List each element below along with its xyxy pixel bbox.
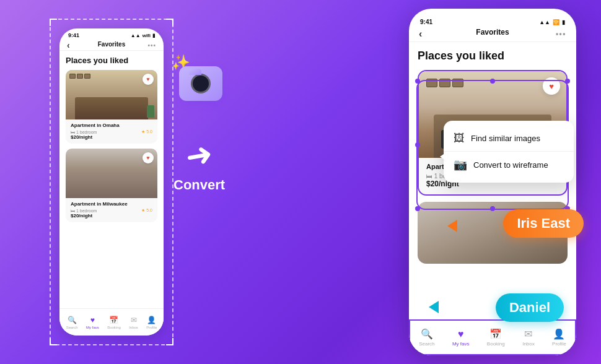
iris-badge-arrow — [447, 220, 457, 232]
left-status-bar: 9:41 ▲▲ wifi ▮ — [59, 28, 164, 40]
left-card-1-rating: ★ 5.0 — [141, 129, 152, 134]
left-card-1-meta: 🛏 1 bedroom ★ 5.0 — [71, 129, 152, 134]
left-card-2-heart[interactable]: ♥ — [143, 152, 154, 163]
right-nav-search[interactable]: 🔍 Search — [419, 328, 434, 347]
right-wifi-icon: 🛜 — [553, 19, 559, 25]
signal-icon: ▲▲ — [131, 33, 141, 38]
right-booking-icon: 📅 — [489, 328, 502, 340]
left-card-2[interactable]: ♥ Apartment in Milwaukee 🛏 1 bedroom ★ 5… — [66, 149, 157, 222]
right-back-button[interactable]: ‹ — [419, 28, 422, 40]
right-signal-icon: ▲▲ — [539, 19, 550, 25]
frame-3 — [84, 74, 90, 79]
context-menu-item-similar[interactable]: 🖼 Find similar images — [444, 126, 574, 152]
right-status-bar: 9:41 ▲▲ 🛜 ▮ — [409, 14, 576, 27]
left-section-title: Places you liked — [66, 56, 157, 65]
left-card-1-image: ♥ — [66, 70, 157, 119]
left-nav-profile[interactable]: 👤 Profile — [146, 316, 157, 329]
frame-1 — [69, 74, 76, 79]
camera-lens — [191, 74, 211, 93]
iris-badge: Iris East — [503, 209, 584, 238]
daniel-badge-arrow — [429, 301, 439, 313]
context-menu-pointer — [440, 152, 447, 162]
left-card-2-price: $20/night — [71, 213, 152, 219]
right-status-icons: ▲▲ 🛜 ▮ — [539, 19, 565, 25]
left-card-2-info: Apartment in Milwaukee 🛏 1 bedroom ★ 5.0… — [66, 198, 157, 222]
left-status-icons: ▲▲ wifi ▮ — [131, 33, 155, 38]
corner-bl — [50, 338, 57, 345]
right-frame-3 — [452, 79, 463, 87]
iris-badge-label: Iris East — [517, 215, 570, 231]
context-menu: 🖼 Find similar images 📷 Convert to wiref… — [444, 121, 574, 183]
convert-label: Convert — [173, 177, 225, 193]
convert-arrow: ➜ — [183, 134, 216, 176]
left-card-1-title: Apartment in Omaha — [71, 123, 152, 128]
left-nav-profile-label: Profile — [146, 326, 157, 329]
right-more-button[interactable]: ••• — [556, 30, 566, 38]
right-nav-profile[interactable]: 👤 Profile — [552, 328, 566, 347]
daniel-badge: Daniel — [496, 293, 564, 322]
right-nav-search-label: Search — [419, 341, 434, 347]
right-phone-header: ‹ Favorites ••• — [409, 27, 576, 42]
right-section-title: Places you liked — [418, 50, 568, 63]
left-nav-booking-label: Booking — [107, 326, 121, 329]
inbox-icon: ✉ — [131, 316, 137, 324]
camera-bump — [189, 69, 201, 75]
left-nav-inbox[interactable]: ✉ Inbox — [129, 316, 138, 329]
left-nav-search-label: Search — [66, 326, 78, 329]
left-bottom-nav: 🔍 Search ♥ My favs 📅 Booking ✉ Inbox 👤 P… — [59, 308, 164, 336]
right-wall-frames — [426, 79, 463, 87]
right-nav-favs[interactable]: ♥ My favs — [452, 329, 470, 347]
left-card-1-price: $20/night — [71, 134, 152, 140]
left-phone-header: ‹ Favorites ••• — [59, 40, 164, 51]
right-nav-booking-label: Booking — [487, 341, 505, 347]
daniel-badge-label: Daniel — [509, 300, 550, 315]
left-more-button[interactable]: ••• — [147, 41, 156, 48]
right-heart-nav-icon: ♥ — [458, 329, 464, 340]
left-card-2-title: Apartment in Milwaukee — [71, 201, 152, 207]
left-card-1-heart[interactable]: ♥ — [143, 74, 154, 85]
similar-images-icon: 🖼 — [454, 132, 465, 145]
left-back-button[interactable]: ‹ — [67, 40, 70, 50]
camera-body — [179, 66, 222, 101]
right-bottom-nav: 🔍 Search ♥ My favs 📅 Booking ✉ Inbox 👤 P… — [409, 319, 576, 355]
right-battery-icon: ▮ — [562, 19, 565, 25]
corner-br — [166, 338, 173, 345]
context-menu-item-wireframe-label: Convert to wireframe — [473, 160, 548, 170]
left-card-1-info: Apartment in Omaha 🛏 1 bedroom ★ 5.0 $20… — [66, 119, 157, 144]
left-nav-booking[interactable]: 📅 Booking — [107, 316, 121, 329]
search-icon: 🔍 — [68, 316, 77, 324]
profile-icon: 👤 — [147, 316, 156, 324]
corner-tr — [166, 19, 173, 26]
left-nav-favs-label: My favs — [86, 326, 99, 329]
left-card-2-rating: ★ 5.0 — [141, 208, 152, 213]
left-nav-favs[interactable]: ♥ My favs — [86, 316, 99, 329]
right-status-time: 9:41 — [420, 19, 432, 25]
left-nav-search[interactable]: 🔍 Search — [66, 316, 78, 329]
left-card-1-beds: 🛏 1 bedroom — [71, 130, 97, 134]
left-nav-inbox-label: Inbox — [129, 326, 138, 329]
right-profile-icon: 👤 — [553, 328, 565, 340]
wireframe-icon: 📷 — [454, 158, 467, 171]
right-nav-profile-label: Profile — [552, 341, 566, 347]
right-nav-booking[interactable]: 📅 Booking — [487, 328, 505, 347]
heart-nav-icon: ♥ — [90, 316, 95, 324]
frame-2 — [77, 74, 83, 79]
left-card-1[interactable]: ♥ Apartment in Omaha 🛏 1 bedroom ★ 5.0 $… — [66, 70, 157, 144]
wifi-icon: wifi — [143, 33, 151, 38]
left-phone-mockup: 9:41 ▲▲ wifi ▮ ‹ Favorites ••• Places yo… — [59, 28, 164, 336]
plant — [147, 105, 154, 118]
context-menu-item-wireframe[interactable]: 📷 Convert to wireframe — [444, 152, 574, 178]
left-header-title: Favorites — [98, 41, 125, 48]
right-nav-favs-label: My favs — [452, 341, 470, 347]
booking-icon: 📅 — [109, 316, 118, 324]
right-card-1-heart[interactable]: ♥ — [543, 77, 560, 95]
right-header-title: Favorites — [476, 28, 509, 37]
right-nav-inbox[interactable]: ✉ Inbox — [522, 328, 535, 347]
right-inbox-icon: ✉ — [524, 328, 532, 340]
right-frame-2 — [439, 79, 450, 87]
left-phone-wrapper: 9:41 ▲▲ wifi ▮ ‹ Favorites ••• Places yo… — [50, 19, 173, 345]
convert-section: ➜ Convert — [173, 136, 225, 193]
right-search-icon: 🔍 — [421, 328, 433, 340]
right-frame-1 — [426, 79, 437, 87]
left-phone-content: Places you liked ♥ Apartment in — [59, 51, 164, 232]
